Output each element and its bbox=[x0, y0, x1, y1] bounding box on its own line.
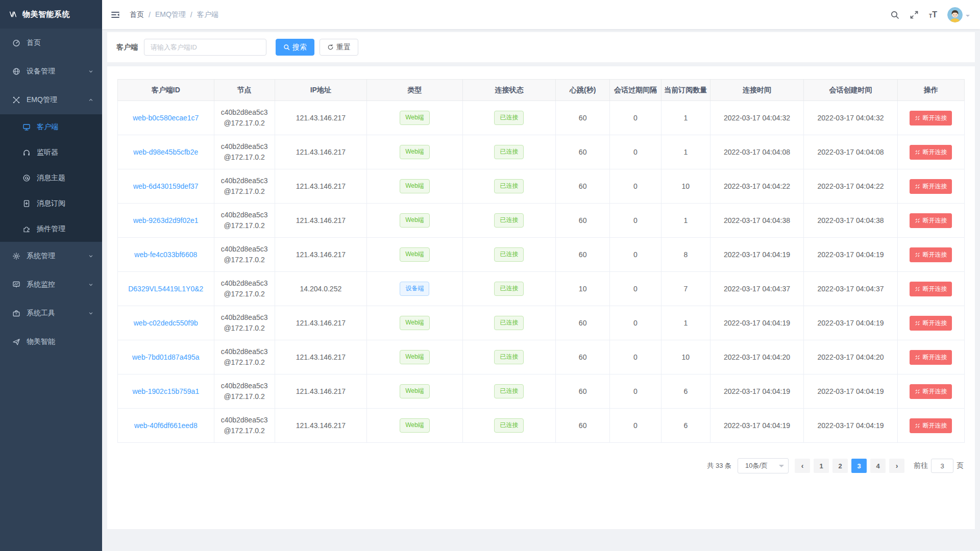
disconnect-button[interactable]: 断开连接 bbox=[910, 247, 952, 262]
breadcrumb-current: 客户端 bbox=[197, 10, 218, 19]
broken-link-icon bbox=[915, 115, 920, 121]
disconnect-button[interactable]: 断开连接 bbox=[910, 145, 952, 160]
client-id-link[interactable]: web-fe4c033bf6608 bbox=[134, 251, 197, 259]
disconnect-button[interactable]: 断开连接 bbox=[910, 350, 952, 365]
client-id-link[interactable]: D6329VL54419L1Y0&2 bbox=[128, 285, 203, 293]
disconnect-button[interactable]: 断开连接 bbox=[910, 316, 952, 331]
sidebar-item-topics[interactable]: 消息主题 bbox=[0, 165, 102, 191]
sidebar-item-clients[interactable]: 客户端 bbox=[0, 114, 102, 140]
cell-subscriptions: 7 bbox=[661, 272, 710, 306]
prev-page-button[interactable]: ‹ bbox=[795, 459, 810, 473]
breadcrumb-home[interactable]: 首页 bbox=[130, 10, 144, 19]
broken-link-icon bbox=[915, 218, 920, 223]
cell-connect-time: 2022-03-17 04:04:19 bbox=[710, 409, 804, 443]
sidebar-toggle-icon[interactable] bbox=[110, 10, 120, 20]
cell-session-time: 2022-03-17 04:04:22 bbox=[804, 169, 898, 204]
listener-icon bbox=[22, 148, 31, 157]
client-id-link[interactable]: web-6d430159def37 bbox=[133, 182, 199, 190]
cell-ip: 121.43.146.217 bbox=[275, 238, 367, 272]
reset-button[interactable]: 重置 bbox=[320, 39, 358, 56]
sidebar-item-emq[interactable]: EMQ管理 bbox=[0, 86, 102, 114]
sidebar-item-listeners[interactable]: 监听器 bbox=[0, 140, 102, 165]
cell-ip: 121.43.146.217 bbox=[275, 204, 367, 238]
cell-node: c40b2d8ea5c3@172.17.0.2 bbox=[214, 340, 275, 374]
sidebar-item-system-monitor[interactable]: 系统监控 bbox=[0, 270, 102, 299]
cell-node: c40b2d8ea5c3@172.17.0.2 bbox=[214, 101, 275, 135]
status-badge: 已连接 bbox=[494, 111, 524, 125]
cell-heartbeat: 60 bbox=[556, 306, 610, 340]
client-id-link[interactable]: web-7bd01d87a495a bbox=[132, 353, 200, 361]
status-badge: 已连接 bbox=[494, 384, 524, 398]
page-size-select[interactable]: 10条/页 bbox=[738, 458, 789, 473]
disconnect-button[interactable]: 断开连接 bbox=[910, 282, 952, 296]
page-button-1[interactable]: 1 bbox=[814, 459, 829, 473]
client-id-input[interactable] bbox=[144, 39, 266, 56]
cell-expiry: 0 bbox=[610, 374, 662, 409]
cell-session-time: 2022-03-17 04:04:19 bbox=[804, 306, 898, 340]
client-id-link[interactable]: web-d98e45b5cfb2e bbox=[133, 148, 198, 156]
sidebar-item-subscriptions[interactable]: 消息订阅 bbox=[0, 191, 102, 216]
cell-expiry: 0 bbox=[610, 340, 662, 374]
cell-subscriptions: 1 bbox=[661, 204, 710, 238]
cell-ip: 121.43.146.217 bbox=[275, 374, 367, 409]
page-button-3-active[interactable]: 3 bbox=[851, 459, 867, 473]
disconnect-button[interactable]: 断开连接 bbox=[910, 213, 952, 228]
dashboard-icon bbox=[12, 39, 20, 47]
cell-session-time: 2022-03-17 04:04:19 bbox=[804, 374, 898, 409]
cell-subscriptions: 1 bbox=[661, 306, 710, 340]
page-button-2[interactable]: 2 bbox=[832, 459, 848, 473]
cell-node: c40b2d8ea5c3@172.17.0.2 bbox=[214, 135, 275, 169]
status-badge: 已连接 bbox=[494, 282, 524, 296]
filter-bar: 客户端 搜索 重置 bbox=[107, 32, 975, 62]
search-button[interactable]: 搜索 bbox=[276, 39, 314, 56]
table-row: web-fe4c033bf6608 c40b2d8ea5c3@172.17.0.… bbox=[118, 238, 965, 272]
sidebar-item-wumei-smart[interactable]: 物美智能 bbox=[0, 328, 102, 356]
disconnect-button[interactable]: 断开连接 bbox=[910, 384, 952, 399]
client-id-link[interactable]: web-9263d2d9f02e1 bbox=[133, 216, 199, 224]
disconnect-button[interactable]: 断开连接 bbox=[910, 418, 952, 433]
search-icon[interactable] bbox=[890, 10, 899, 19]
cell-heartbeat: 60 bbox=[556, 340, 610, 374]
cell-connect-time: 2022-03-17 04:04:19 bbox=[710, 306, 804, 340]
client-id-link[interactable]: web-c02dedc550f9b bbox=[134, 319, 198, 327]
disconnect-button[interactable]: 断开连接 bbox=[910, 111, 952, 126]
brand-logo-icon bbox=[9, 10, 17, 18]
client-id-link[interactable]: web-b0c580ecae1c7 bbox=[133, 114, 199, 122]
cell-heartbeat: 60 bbox=[556, 169, 610, 204]
goto-page-input[interactable] bbox=[931, 459, 953, 473]
plugin-icon bbox=[22, 225, 31, 233]
sidebar-item-system-tools[interactable]: 系统工具 bbox=[0, 299, 102, 328]
sidebar-item-system-admin[interactable]: 系统管理 bbox=[0, 242, 102, 270]
user-menu[interactable] bbox=[947, 7, 970, 22]
client-id-link[interactable]: web-40f6df661eed8 bbox=[134, 421, 198, 430]
table-header-row: 客户端ID 节点 IP地址 类型 连接状态 心跳(秒) 会话过期间隔 当前订阅数… bbox=[118, 80, 965, 101]
client-id-link[interactable]: web-1902c15b759a1 bbox=[132, 387, 199, 395]
cell-connect-time: 2022-03-17 04:04:37 bbox=[710, 272, 804, 306]
fullscreen-icon[interactable] bbox=[910, 10, 919, 19]
sidebar-item-home[interactable]: 首页 bbox=[0, 29, 102, 57]
monitor-icon bbox=[12, 281, 20, 289]
refresh-icon bbox=[327, 44, 334, 51]
main-area: 首页 / EMQ管理 / 客户端 TT bbox=[102, 0, 980, 551]
cell-subscriptions: 6 bbox=[661, 409, 710, 443]
avatar[interactable] bbox=[947, 7, 963, 22]
page-button-4[interactable]: 4 bbox=[870, 459, 886, 473]
broken-link-icon bbox=[915, 184, 920, 189]
next-page-button[interactable]: › bbox=[889, 459, 904, 473]
cell-subscriptions: 10 bbox=[661, 169, 710, 204]
table-row: web-6d430159def37 c40b2d8ea5c3@172.17.0.… bbox=[118, 169, 965, 204]
type-badge: Web端 bbox=[400, 350, 429, 364]
disconnect-button[interactable]: 断开连接 bbox=[910, 179, 952, 194]
sidebar-item-devices[interactable]: 设备管理 bbox=[0, 57, 102, 86]
status-badge: 已连接 bbox=[494, 418, 524, 433]
cell-ip: 121.43.146.217 bbox=[275, 409, 367, 443]
cell-expiry: 0 bbox=[610, 169, 662, 204]
cell-heartbeat: 10 bbox=[556, 272, 610, 306]
broken-link-icon bbox=[915, 320, 920, 326]
cell-connect-time: 2022-03-17 04:04:38 bbox=[710, 204, 804, 238]
sidebar-item-plugins[interactable]: 插件管理 bbox=[0, 216, 102, 242]
cell-heartbeat: 60 bbox=[556, 204, 610, 238]
cell-subscriptions: 1 bbox=[661, 135, 710, 169]
cell-node: c40b2d8ea5c3@172.17.0.2 bbox=[214, 169, 275, 204]
font-size-icon[interactable]: TT bbox=[929, 11, 937, 19]
